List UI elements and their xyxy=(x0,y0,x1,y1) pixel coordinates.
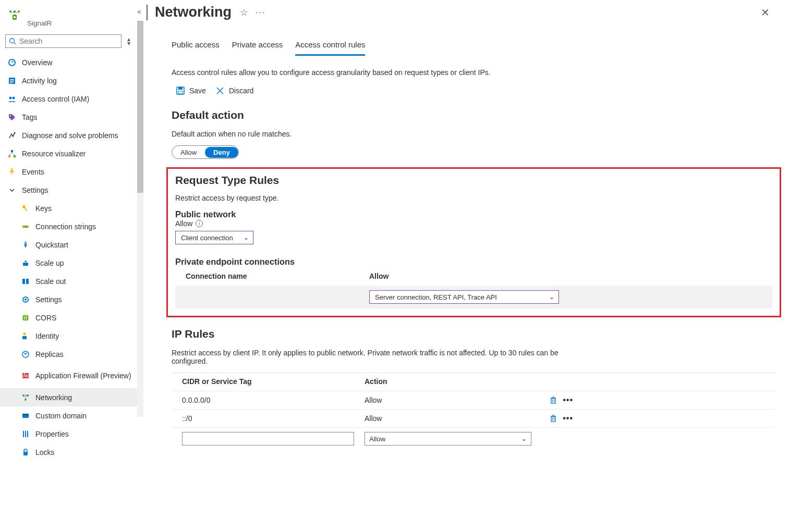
search-icon xyxy=(9,38,16,45)
sidebar-item-settings[interactable]: Settings xyxy=(0,290,137,308)
cidr-input[interactable] xyxy=(182,432,354,446)
toggle-allow[interactable]: Allow xyxy=(172,147,205,158)
tabs: Public access Private access Access cont… xyxy=(147,23,801,56)
request-type-rules-heading: Request Type Rules xyxy=(175,174,772,187)
select-value: Allow xyxy=(369,435,385,443)
sidebar-item-cors[interactable]: CORS xyxy=(0,308,137,327)
sidebar-item-scale-out[interactable]: Scale out xyxy=(0,272,137,290)
chevron-down-icon xyxy=(7,185,17,195)
sidebar-item-custom-domain[interactable]: Custom domain xyxy=(0,406,137,425)
info-icon[interactable]: i xyxy=(196,220,203,227)
allow-label: Allow i xyxy=(175,219,772,228)
discard-button-label: Discard xyxy=(229,86,253,95)
save-button[interactable]: Save xyxy=(176,86,206,95)
sidebar-item-application-firewall[interactable]: Application Firewall (Preview) xyxy=(0,363,137,388)
search-input[interactable] xyxy=(19,37,118,45)
ip-action-cell: Allow xyxy=(365,414,542,423)
sidebar-item-label: Events xyxy=(22,168,44,176)
sidebar-group-settings[interactable]: Settings xyxy=(0,181,137,199)
networking-icon xyxy=(21,393,30,402)
toggle-deny[interactable]: Deny xyxy=(205,147,238,158)
sidebar-item-connection-strings[interactable]: Connection strings xyxy=(0,217,137,236)
scrollbar-thumb[interactable] xyxy=(137,21,143,193)
sidebar: SignalR ▴▾ Overview Activity log Access xyxy=(0,0,137,532)
row-more-icon[interactable]: ••• xyxy=(563,414,573,423)
sidebar-item-label: Locks xyxy=(35,448,55,456)
search-box[interactable] xyxy=(5,34,122,48)
page-title: Networking xyxy=(155,4,232,20)
sidebar-item-resource-visualizer[interactable]: Resource visualizer xyxy=(0,144,137,163)
identity-icon xyxy=(21,331,30,341)
replicas-icon xyxy=(21,350,30,359)
tab-public-access[interactable]: Public access xyxy=(172,40,220,56)
private-allow-dropdown[interactable]: Server connection, REST API, Trace API ⌄ xyxy=(369,290,559,304)
svg-rect-9 xyxy=(10,79,14,80)
default-action-text: Default action when no rule matches. xyxy=(172,130,776,138)
sidebar-item-quickstart[interactable]: Quickstart xyxy=(0,236,137,254)
action-select[interactable]: Allow ⌄ xyxy=(365,432,531,446)
sidebar-item-label: Tags xyxy=(22,113,38,121)
events-icon xyxy=(7,167,17,177)
sidebar-item-activity-log[interactable]: Activity log xyxy=(0,71,137,90)
sidebar-item-label: Scale up xyxy=(35,259,64,267)
svg-rect-57 xyxy=(551,399,555,403)
sidebar-item-properties[interactable]: Properties xyxy=(0,425,137,443)
sidebar-item-label: Settings xyxy=(35,295,62,304)
svg-point-1 xyxy=(14,10,16,13)
scrollbar-track[interactable] xyxy=(137,21,143,417)
activity-log-icon xyxy=(7,76,17,85)
svg-rect-28 xyxy=(22,279,25,284)
svg-rect-48 xyxy=(23,431,24,437)
default-action-section: Default action Default action when no ru… xyxy=(147,95,801,159)
svg-point-33 xyxy=(23,332,26,335)
svg-rect-50 xyxy=(27,431,28,437)
reorder-icon[interactable]: ▴▾ xyxy=(126,37,132,45)
sidebar-item-events[interactable]: Events xyxy=(0,163,137,181)
sidebar-item-tags[interactable]: Tags xyxy=(0,108,137,126)
sidebar-item-overview[interactable]: Overview xyxy=(0,53,137,71)
svg-rect-34 xyxy=(22,336,27,339)
sidebar-item-label: Networking xyxy=(35,393,72,402)
discard-icon xyxy=(215,86,225,95)
collapse-sidebar-icon[interactable]: « xyxy=(137,7,148,16)
svg-rect-23 xyxy=(22,226,29,228)
tab-access-control-rules[interactable]: Access control rules xyxy=(295,40,365,56)
ip-row: ::/0 Allow ••• xyxy=(172,409,776,427)
sidebar-item-replicas[interactable]: Replicas xyxy=(0,345,137,363)
svg-point-25 xyxy=(27,226,28,227)
sidebar-item-networking[interactable]: Networking xyxy=(0,388,137,406)
sidebar-item-label: Replicas xyxy=(35,350,64,358)
sidebar-item-locks[interactable]: Locks xyxy=(0,443,137,461)
tab-private-access[interactable]: Private access xyxy=(232,40,283,56)
sidebar-item-diagnose[interactable]: Diagnose and solve problems xyxy=(0,126,137,144)
chevron-down-icon: ⌄ xyxy=(549,293,554,301)
main-content: Networking ☆ ··· ✕ Public access Private… xyxy=(147,0,801,532)
sidebar-item-scale-up[interactable]: Scale up xyxy=(0,254,137,272)
sidebar-item-label: CORS xyxy=(35,314,56,322)
close-icon[interactable]: ✕ xyxy=(761,6,770,19)
more-icon[interactable]: ··· xyxy=(256,8,265,17)
delete-icon[interactable] xyxy=(549,414,557,423)
discard-button[interactable]: Discard xyxy=(215,86,253,95)
ip-row: 0.0.0.0/0 Allow ••• xyxy=(172,391,776,409)
ip-action-cell: Allow xyxy=(365,396,542,404)
sidebar-item-iam[interactable]: Access control (IAM) xyxy=(0,90,137,108)
row-more-icon[interactable]: ••• xyxy=(563,395,573,405)
public-allow-dropdown[interactable]: Client connection ⌄ xyxy=(175,231,253,244)
sidebar-item-keys[interactable]: Keys xyxy=(0,199,137,217)
search-row: ▴▾ xyxy=(0,34,137,53)
svg-rect-47 xyxy=(22,414,29,415)
tab-description: Access control rules allow you to config… xyxy=(147,56,564,77)
default-action-toggle[interactable]: Allow Deny xyxy=(172,145,239,159)
svg-point-0 xyxy=(9,10,11,13)
delete-icon[interactable] xyxy=(549,396,557,404)
svg-rect-51 xyxy=(23,452,28,455)
svg-rect-29 xyxy=(26,279,29,284)
chevron-down-icon: ⌄ xyxy=(521,435,527,442)
default-action-heading: Default action xyxy=(172,109,776,121)
sidebar-item-identity[interactable]: Identity xyxy=(0,327,137,345)
svg-rect-4 xyxy=(14,16,16,18)
sidebar-item-label: Scale out xyxy=(35,277,66,286)
tags-icon xyxy=(7,113,17,122)
favorite-icon[interactable]: ☆ xyxy=(240,7,248,18)
